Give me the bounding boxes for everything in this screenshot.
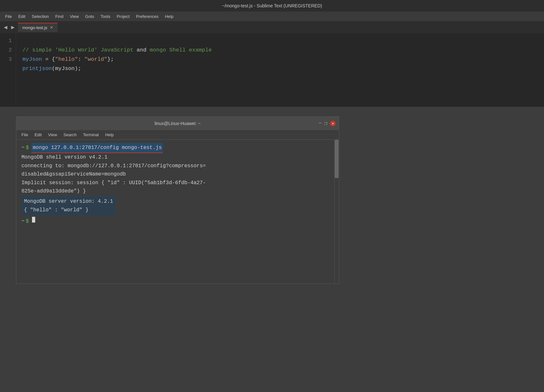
menu-edit[interactable]: Edit [16, 13, 28, 20]
terminal-result-text-0: MongoDB server version: 4.2.1 [24, 199, 113, 204]
tab-mongo-test[interactable]: mongo-test.js ✕ [18, 23, 58, 32]
terminal-menu-file[interactable]: File [19, 131, 31, 138]
menu-preferences[interactable]: Preferences [133, 13, 161, 20]
terminal-title-text: linux@Linux-Huawei: ~ [155, 121, 201, 126]
menu-project[interactable]: Project [114, 13, 132, 20]
terminal-scrollbar[interactable] [334, 140, 339, 284]
terminal-dollar-1: $ [26, 144, 29, 152]
terminal-output-text-2: disabled&gssapiServiceName=mongodb [21, 170, 126, 178]
code-editor[interactable]: // simple 'Hello World' JavaScript and m… [16, 33, 218, 107]
line-number-3: 3 [4, 55, 12, 64]
code-line-2: myJson = {"hello": "world"}; [22, 56, 114, 62]
tab-close-button[interactable]: ✕ [50, 25, 53, 30]
menu-file[interactable]: File [3, 13, 14, 20]
terminal-output-text-4: 825e-add9a13ddede") } [21, 187, 86, 195]
terminal-window: linux@Linux-Huawei: ~ − ❐ ✕ File Edit Vi… [16, 116, 339, 284]
terminal-output-text-3: Implicit session: session { "id" : UUID(… [21, 179, 206, 187]
terminal-menu-terminal[interactable]: Terminal [81, 131, 101, 138]
terminal-output-0: MongoDB shell version v4.2.1 [21, 153, 329, 161]
terminal-output-text-1: connecting to: mongodb://127.0.0.1:27017… [21, 162, 206, 170]
terminal-menu-search[interactable]: Search [61, 131, 79, 138]
terminal-menu-bar: File Edit View Search Terminal Help [16, 130, 339, 140]
terminal-output-1: connecting to: mongodb://127.0.0.1:27017… [21, 162, 329, 170]
tab-nav-right[interactable]: ▶ [9, 22, 17, 32]
menu-selection[interactable]: Selection [29, 13, 51, 20]
terminal-cursor [32, 217, 35, 223]
title-text: ~/mongo-test.js - Sublime Text (UNREGIST… [222, 3, 322, 8]
line-number-2: 2 [4, 46, 12, 55]
code-line-1: // simple 'Hello World' JavaScript and m… [22, 47, 212, 53]
line-number-1: 1 [4, 36, 12, 46]
line-numbers: 1 2 3 [0, 33, 16, 107]
terminal-title-bar: linux@Linux-Huawei: ~ − ❐ ✕ [16, 117, 339, 130]
tab-nav-left[interactable]: ◀ [2, 22, 9, 32]
terminal-output-2: disabled&gssapiServiceName=mongodb [21, 170, 329, 178]
terminal-command-text: mongo 127.0.0.1:27017/config mongo-test.… [31, 143, 163, 153]
terminal-scrollbar-thumb[interactable] [335, 140, 339, 178]
code-line-3: printjson(myJson); [22, 66, 81, 72]
terminal-result-line-1: { "hello" : "world" } [24, 206, 113, 214]
terminal-output-4: 825e-add9a13ddede") } [21, 187, 329, 195]
terminal-command-line: ~ $ mongo 127.0.0.1:27017/config mongo-t… [21, 143, 329, 153]
title-bar: ~/mongo-test.js - Sublime Text (UNREGIST… [0, 0, 544, 12]
editor-area: 1 2 3 // simple 'Hello World' JavaScript… [0, 33, 544, 107]
tab-label: mongo-test.js [22, 25, 47, 30]
terminal-end-prompt: ~ $ [21, 217, 329, 225]
terminal-maximize-button[interactable]: ❐ [324, 120, 327, 127]
terminal-menu-help[interactable]: Help [103, 131, 116, 138]
terminal-close-button[interactable]: ✕ [330, 121, 336, 126]
terminal-menu-view[interactable]: View [45, 131, 60, 138]
menu-tools[interactable]: Tools [98, 13, 113, 20]
terminal-content[interactable]: ~ $ mongo 127.0.0.1:27017/config mongo-t… [16, 140, 339, 284]
terminal-output-3: Implicit session: session { "id" : UUID(… [21, 179, 329, 187]
terminal-result-box: MongoDB server version: 4.2.1 { "hello" … [21, 196, 116, 216]
terminal-controls: − ❐ ✕ [319, 120, 336, 127]
editor-terminal-spacer [0, 107, 544, 116]
menu-help[interactable]: Help [162, 13, 176, 20]
menu-goto[interactable]: Goto [83, 13, 97, 20]
menu-bar: File Edit Selection Find View Goto Tools… [0, 12, 544, 21]
menu-view[interactable]: View [67, 13, 81, 20]
menu-find[interactable]: Find [53, 13, 66, 20]
terminal-dollar-end: $ [26, 217, 29, 225]
terminal-result-text-1: { "hello" : "world" } [24, 207, 89, 213]
terminal-tilde-1: ~ [21, 144, 25, 152]
terminal-menu-edit[interactable]: Edit [32, 131, 44, 138]
terminal-result-line-0: MongoDB server version: 4.2.1 [24, 197, 113, 206]
terminal-tilde-end: ~ [21, 217, 25, 225]
tab-bar: ◀ ▶ mongo-test.js ✕ [0, 21, 544, 33]
terminal-minimize-button[interactable]: − [319, 121, 322, 126]
terminal-output-text-0: MongoDB shell version v4.2.1 [21, 153, 108, 161]
